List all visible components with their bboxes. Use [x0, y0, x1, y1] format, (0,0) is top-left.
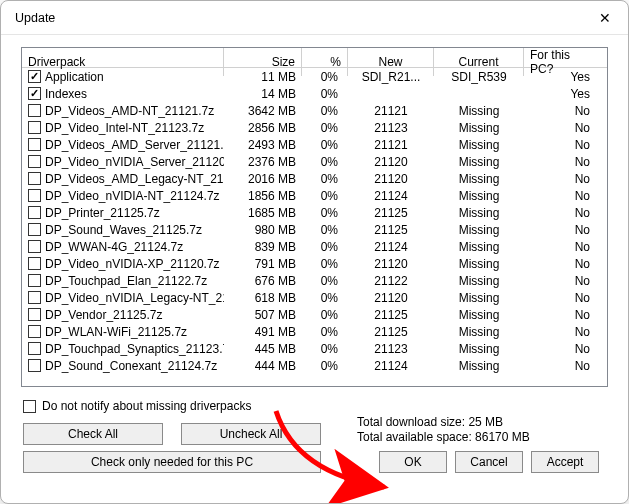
close-button[interactable]: ✕: [582, 3, 628, 33]
table-body[interactable]: Application11 MB0%SDI_R21...SDI_R539YesI…: [22, 68, 607, 386]
row-checkbox[interactable]: [28, 70, 41, 83]
row-checkbox[interactable]: [28, 155, 41, 168]
row-percent: 0%: [302, 172, 348, 186]
table-row[interactable]: Indexes14 MB0%Yes: [22, 85, 607, 102]
stats-block: Total download size: 25 MB Total availab…: [357, 415, 530, 445]
row-name: DP_Video_nVIDIA_Legacy-NT_211...: [45, 291, 224, 305]
row-checkbox[interactable]: [28, 291, 41, 304]
row-percent: 0%: [302, 223, 348, 237]
table-row[interactable]: DP_Videos_AMD_Legacy-NT_211...2016 MB0%2…: [22, 170, 607, 187]
table-row[interactable]: DP_Video_nVIDIA-XP_21120.7z791 MB0%21120…: [22, 255, 607, 272]
row-forthispc: No: [524, 189, 600, 203]
row-new: 21125: [348, 308, 434, 322]
table-row[interactable]: DP_Sound_Conexant_21124.7z444 MB0%21124M…: [22, 357, 607, 374]
row-checkbox[interactable]: [28, 240, 41, 253]
table-row[interactable]: DP_Sound_Waves_21125.7z980 MB0%21125Miss…: [22, 221, 607, 238]
row-size: 507 MB: [224, 308, 302, 322]
row-current: Missing: [434, 257, 524, 271]
table-row[interactable]: DP_WLAN-WiFi_21125.7z491 MB0%21125Missin…: [22, 323, 607, 340]
row-current: Missing: [434, 359, 524, 373]
row-name: DP_Touchpad_Synaptics_21123.7z: [45, 342, 224, 356]
row-forthispc: No: [524, 206, 600, 220]
table-row[interactable]: DP_Video_nVIDIA_Server_21120.7z2376 MB0%…: [22, 153, 607, 170]
row-checkbox[interactable]: [28, 274, 41, 287]
row-checkbox[interactable]: [28, 308, 41, 321]
row-size: 491 MB: [224, 325, 302, 339]
cancel-button[interactable]: Cancel: [455, 451, 523, 473]
row-current: Missing: [434, 206, 524, 220]
table-row[interactable]: DP_Printer_21125.7z1685 MB0%21125Missing…: [22, 204, 607, 221]
row-checkbox[interactable]: [28, 223, 41, 236]
row-forthispc: No: [524, 104, 600, 118]
row-checkbox[interactable]: [28, 172, 41, 185]
row-name: DP_Videos_AMD-NT_21121.7z: [45, 104, 214, 118]
row-name: Application: [45, 70, 104, 84]
table-row[interactable]: DP_Touchpad_Synaptics_21123.7z445 MB0%21…: [22, 340, 607, 357]
row-percent: 0%: [302, 240, 348, 254]
row-checkbox[interactable]: [28, 206, 41, 219]
ok-button[interactable]: OK: [379, 451, 447, 473]
row-checkbox[interactable]: [28, 325, 41, 338]
row-percent: 0%: [302, 206, 348, 220]
notify-label: Do not notify about missing driverpacks: [42, 399, 251, 413]
row-size: 445 MB: [224, 342, 302, 356]
row-name: DP_Video_nVIDIA-XP_21120.7z: [45, 257, 220, 271]
row-new: 21121: [348, 104, 434, 118]
row-new: 21123: [348, 342, 434, 356]
row-forthispc: Yes: [524, 70, 600, 84]
row-size: 2016 MB: [224, 172, 302, 186]
row-forthispc: No: [524, 325, 600, 339]
table-row[interactable]: Application11 MB0%SDI_R21...SDI_R539Yes: [22, 68, 607, 85]
table-row[interactable]: DP_Video_Intel-NT_21123.7z2856 MB0%21123…: [22, 119, 607, 136]
row-checkbox[interactable]: [28, 104, 41, 117]
table-row[interactable]: DP_Videos_AMD-NT_21121.7z3642 MB0%21121M…: [22, 102, 607, 119]
row-name: DP_Videos_AMD_Legacy-NT_211...: [45, 172, 224, 186]
table-row[interactable]: DP_Videos_AMD_Server_21121.7z2493 MB0%21…: [22, 136, 607, 153]
update-dialog: Update ✕ Driverpack Size % New Current F…: [0, 0, 629, 504]
row-percent: 0%: [302, 138, 348, 152]
check-needed-button[interactable]: Check only needed for this PC: [23, 451, 321, 473]
table-header: Driverpack Size % New Current For this P…: [22, 48, 607, 68]
row-checkbox[interactable]: [28, 359, 41, 372]
row-percent: 0%: [302, 155, 348, 169]
row-current: Missing: [434, 325, 524, 339]
row-forthispc: No: [524, 138, 600, 152]
row-percent: 0%: [302, 291, 348, 305]
row-current: Missing: [434, 121, 524, 135]
row-size: 980 MB: [224, 223, 302, 237]
row-forthispc: No: [524, 274, 600, 288]
row-size: 1685 MB: [224, 206, 302, 220]
row-name: Indexes: [45, 87, 87, 101]
row-size: 2376 MB: [224, 155, 302, 169]
table-row[interactable]: DP_Video_nVIDIA_Legacy-NT_211...618 MB0%…: [22, 289, 607, 306]
row-checkbox[interactable]: [28, 342, 41, 355]
row-checkbox[interactable]: [28, 257, 41, 270]
row-new: 21121: [348, 138, 434, 152]
row-size: 839 MB: [224, 240, 302, 254]
table-row[interactable]: DP_Video_nVIDIA-NT_21124.7z1856 MB0%2112…: [22, 187, 607, 204]
row-current: Missing: [434, 291, 524, 305]
table-row[interactable]: DP_Vendor_21125.7z507 MB0%21125MissingNo: [22, 306, 607, 323]
row-current: Missing: [434, 155, 524, 169]
uncheck-all-button[interactable]: Uncheck All: [181, 423, 321, 445]
table-row[interactable]: DP_Touchpad_Elan_21122.7z676 MB0%21122Mi…: [22, 272, 607, 289]
row-size: 14 MB: [224, 87, 302, 101]
row-percent: 0%: [302, 104, 348, 118]
notify-checkbox[interactable]: [23, 400, 36, 413]
window-title: Update: [15, 11, 55, 25]
row-size: 444 MB: [224, 359, 302, 373]
row-checkbox[interactable]: [28, 121, 41, 134]
row-name: DP_WLAN-WiFi_21125.7z: [45, 325, 187, 339]
row-checkbox[interactable]: [28, 138, 41, 151]
row-checkbox[interactable]: [28, 87, 41, 100]
table-row[interactable]: DP_WWAN-4G_21124.7z839 MB0%21124MissingN…: [22, 238, 607, 255]
check-all-button[interactable]: Check All: [23, 423, 163, 445]
row-forthispc: No: [524, 240, 600, 254]
row-current: Missing: [434, 240, 524, 254]
row-checkbox[interactable]: [28, 189, 41, 202]
row-percent: 0%: [302, 70, 348, 84]
accept-button[interactable]: Accept: [531, 451, 599, 473]
row-name: DP_Videos_AMD_Server_21121.7z: [45, 138, 224, 152]
row-name: DP_Vendor_21125.7z: [45, 308, 162, 322]
row-name: DP_Video_nVIDIA-NT_21124.7z: [45, 189, 220, 203]
